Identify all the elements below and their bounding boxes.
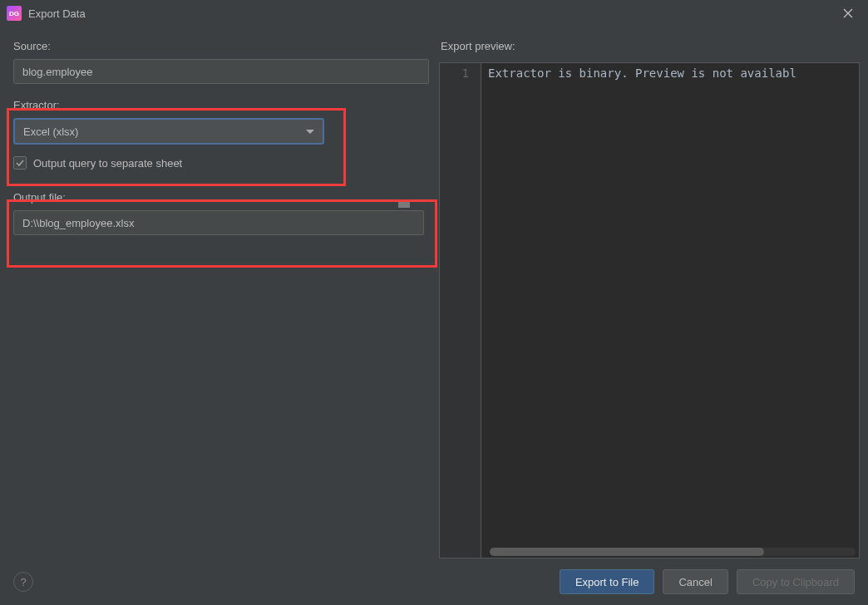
folder-icon[interactable]: [397, 197, 411, 210]
help-button[interactable]: ?: [13, 572, 33, 592]
preview-text: Extractor is binary. Preview is not avai…: [481, 63, 859, 558]
export-to-file-button[interactable]: Export to File: [560, 569, 655, 594]
source-field-group: Source:: [13, 40, 429, 84]
titlebar: DG Export Data: [0, 0, 868, 27]
app-icon: DG: [7, 6, 22, 21]
cancel-button[interactable]: Cancel: [663, 569, 727, 594]
extractor-value: Excel (xlsx): [23, 125, 78, 138]
window-title: Export Data: [28, 7, 86, 20]
close-icon: [843, 8, 853, 18]
close-button[interactable]: [835, 0, 861, 27]
source-label: Source:: [13, 40, 429, 52]
check-icon: [15, 158, 25, 168]
chevron-down-icon: [306, 130, 314, 134]
preview-gutter: 1: [440, 63, 481, 558]
preview-area: 1 Extractor is binary. Preview is not av…: [439, 62, 860, 558]
output-file-field-group: Output file:: [13, 191, 429, 235]
extractor-field-group: Extractor: Excel (xlsx) Output query to …: [13, 99, 429, 170]
output-query-checkbox[interactable]: [13, 156, 27, 170]
output-file-label: Output file:: [13, 191, 429, 204]
preview-scrollbar[interactable]: [490, 548, 856, 556]
extractor-select[interactable]: Excel (xlsx): [13, 118, 324, 145]
source-input[interactable]: [13, 59, 429, 84]
output-query-checkbox-row[interactable]: Output query to separate sheet: [13, 156, 429, 170]
output-query-checkbox-label: Output query to separate sheet: [33, 157, 182, 170]
copy-to-clipboard-button[interactable]: Copy to Clipboard: [737, 569, 855, 594]
footer: ? Export to File Cancel Copy to Clipboar…: [0, 558, 868, 605]
right-pane: Export preview: 1 Extractor is binary. P…: [439, 30, 868, 558]
extractor-label: Extractor:: [13, 99, 429, 111]
output-file-input[interactable]: [13, 210, 424, 235]
preview-scrollbar-thumb[interactable]: [490, 548, 764, 556]
left-pane: Source: Extractor: Excel (xlsx) Output q…: [0, 30, 439, 558]
preview-label: Export preview:: [439, 40, 868, 52]
